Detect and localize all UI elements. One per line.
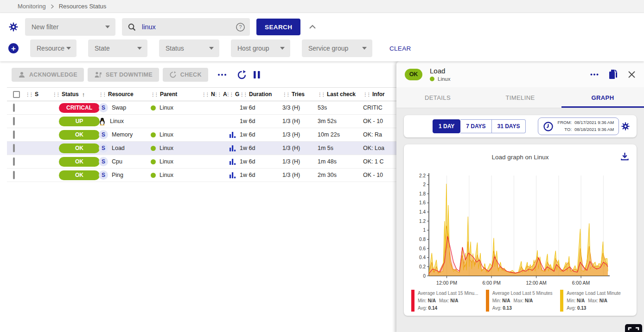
range-7-days-button[interactable]: 7 DAYS <box>460 119 491 133</box>
drag-handle-icon[interactable]: ⋮⋮ <box>52 92 59 97</box>
resource-name[interactable]: Cpu <box>112 158 122 165</box>
to-value[interactable]: 08/18/2021 9:36 AM <box>574 126 614 133</box>
drag-handle-icon[interactable]: ⋮⋮ <box>99 92 106 97</box>
legend-item[interactable]: Average Load Last MinuteMin: N/AMax: N/A… <box>560 290 630 312</box>
panel-subtitle[interactable]: Linux <box>438 76 451 82</box>
legend-item[interactable]: Average Load Last 5 MinutesMin: N/AMax: … <box>486 290 556 312</box>
row-checkbox[interactable] <box>13 157 15 166</box>
resource-name[interactable]: Linux <box>110 118 124 124</box>
col-header-information[interactable]: ⋮⋮Infor <box>363 91 396 98</box>
export-graph-download-icon[interactable] <box>620 152 629 161</box>
more-actions-icon[interactable] <box>217 73 227 76</box>
copy-link-icon[interactable] <box>609 70 618 79</box>
resources-table: ⋮⋮S ⋮⋮Status↑ ⋮⋮Resource ⋮⋮Parent ⋮⋮N ⋮⋮… <box>7 87 396 182</box>
col-header-tries[interactable]: ⋮⋮Tries <box>282 91 318 98</box>
drag-handle-icon[interactable]: ⋮⋮ <box>226 92 233 97</box>
check-button[interactable]: CHECK <box>163 68 208 82</box>
range-1-day-button[interactable]: 1 DAY <box>433 119 460 133</box>
refresh-icon[interactable] <box>237 70 247 80</box>
range-31-days-button[interactable]: 31 DAYS <box>492 119 526 133</box>
drag-handle-icon[interactable]: ⋮⋮ <box>214 92 221 97</box>
tab-graph[interactable]: GRAPH <box>561 87 644 108</box>
graph-bars-icon[interactable] <box>230 159 236 165</box>
search-help-icon[interactable]: ? <box>236 22 245 32</box>
table-row-ping[interactable]: OKSPingLinux1w 6d1/3 (H)2m 30sOK - 10 <box>7 169 396 182</box>
row-checkbox[interactable] <box>13 130 15 139</box>
row-checkbox[interactable] <box>13 104 15 112</box>
table-row-memory[interactable]: OKSMemoryLinux1w 6d1/3 (H)10m 22sOK: Ra <box>7 128 396 142</box>
tab-details[interactable]: DETAILS <box>396 87 479 108</box>
drag-handle-icon[interactable]: ⋮⋮ <box>202 92 209 97</box>
tab-timeline[interactable]: TIMELINE <box>479 87 561 108</box>
col-header-last-check[interactable]: ⋮⋮Last check <box>318 91 363 98</box>
col-header-duration[interactable]: ⋮⋮Duration <box>240 91 282 98</box>
row-checkbox[interactable] <box>13 117 15 125</box>
drag-handle-icon[interactable]: ⋮⋮ <box>282 92 289 97</box>
from-value[interactable]: 08/17/2021 9:36 AM <box>574 119 614 126</box>
custom-time-period[interactable]: FROM: 08/17/2021 9:36 AM TO: 08/18/2021 … <box>538 117 619 135</box>
saved-filter-select[interactable]: New filter <box>25 18 115 36</box>
col-header-resource[interactable]: ⋮⋮Resource <box>99 91 151 98</box>
panel-more-icon[interactable] <box>590 73 599 76</box>
row-checkbox[interactable] <box>13 171 15 179</box>
breadcrumb-resources-status[interactable]: Resources Status <box>59 3 107 10</box>
row-checkbox[interactable] <box>13 144 15 152</box>
add-criteria-plus-icon[interactable]: + <box>8 43 19 53</box>
graph-bars-icon[interactable] <box>230 145 236 151</box>
table-row-load[interactable]: OKSLoadLinux1w 6d1/3 (H)1m 5sOK: Loa <box>7 142 396 155</box>
chevron-down-icon <box>209 47 214 50</box>
table-row-swap[interactable]: CRITICALSSwapLinux1w 6d3/3 (H)53sCRITIC <box>7 101 396 115</box>
col-header-action[interactable]: ⋮⋮A <box>214 91 226 98</box>
drag-handle-icon[interactable]: ⋮⋮ <box>363 92 370 97</box>
col-header-severity[interactable]: ⋮⋮S <box>26 91 52 98</box>
drag-handle-icon[interactable]: ⋮⋮ <box>26 92 32 97</box>
breadcrumb: Monitoring Resources Status <box>0 0 644 13</box>
resource-name[interactable]: Swap <box>112 104 126 111</box>
filter-settings-gear-icon[interactable] <box>8 22 19 32</box>
chevron-down-icon <box>362 47 367 50</box>
drag-handle-icon[interactable]: ⋮⋮ <box>151 92 158 97</box>
collapse-filters-chevron-up-icon[interactable] <box>309 25 316 29</box>
col-header-parent[interactable]: ⋮⋮Parent <box>151 91 202 98</box>
tries-value: 3/3 (H) <box>282 104 300 111</box>
load-graph-chart[interactable]: 00.20.40.60.811.21.41.61.822.212:00 PM6:… <box>410 172 630 288</box>
set-downtime-button[interactable]: SET DOWNTIME <box>88 68 159 82</box>
resource-name[interactable]: Memory <box>112 131 133 138</box>
pause-icon[interactable] <box>253 70 261 79</box>
parent-name[interactable]: Linux <box>159 104 173 111</box>
parent-name[interactable]: Linux <box>159 172 173 178</box>
resource-name[interactable]: Load <box>112 145 125 151</box>
col-header-graph[interactable]: ⋮⋮G <box>226 91 240 98</box>
filter-hostgroup-select[interactable]: Host group <box>231 39 290 57</box>
resource-name[interactable]: Ping <box>112 172 123 178</box>
col-header-status[interactable]: ⋮⋮Status↑ <box>52 91 99 98</box>
col-header-notes[interactable]: ⋮⋮N <box>202 91 214 98</box>
select-all-checkbox[interactable] <box>13 91 20 98</box>
filter-status-select[interactable]: Status <box>159 39 219 57</box>
search-button[interactable]: SEARCH <box>256 19 300 35</box>
filter-servicegroup-select[interactable]: Service group <box>302 39 372 57</box>
legend-color-bar <box>486 290 489 312</box>
table-row-linux[interactable]: UPLinux1w 6d1/3 (H)3m 52sOK - 10 <box>7 115 396 128</box>
fullscreen-icon[interactable] <box>625 324 642 332</box>
close-panel-icon[interactable] <box>628 71 636 78</box>
table-row-cpu[interactable]: OKSCpuLinux1w 6d1/3 (H)1m 48sOK: 1 C <box>7 155 396 169</box>
legend-item[interactable]: Average Load Last 15 Minu...Min: N/AMax:… <box>411 290 481 312</box>
graph-bars-icon[interactable] <box>230 132 236 138</box>
check-refresh-icon <box>169 71 177 78</box>
filter-state-select[interactable]: State <box>88 39 147 57</box>
sort-ascending-icon[interactable]: ↑ <box>82 91 85 98</box>
graph-settings-gear-icon[interactable] <box>621 122 630 131</box>
acknowledge-button[interactable]: ACKNOWLEDGE <box>12 68 84 82</box>
parent-name[interactable]: Linux <box>159 131 173 138</box>
search-icon <box>128 23 136 32</box>
drag-handle-icon[interactable]: ⋮⋮ <box>240 92 247 97</box>
filter-resource-select[interactable]: Resource <box>30 39 77 57</box>
parent-name[interactable]: Linux <box>159 158 173 165</box>
clear-filters-link[interactable]: CLEAR <box>389 45 411 52</box>
graph-bars-icon[interactable] <box>230 172 236 178</box>
breadcrumb-monitoring[interactable]: Monitoring <box>18 3 46 10</box>
drag-handle-icon[interactable]: ⋮⋮ <box>318 92 325 97</box>
search-input[interactable] <box>141 23 231 31</box>
parent-name[interactable]: Linux <box>159 145 173 151</box>
